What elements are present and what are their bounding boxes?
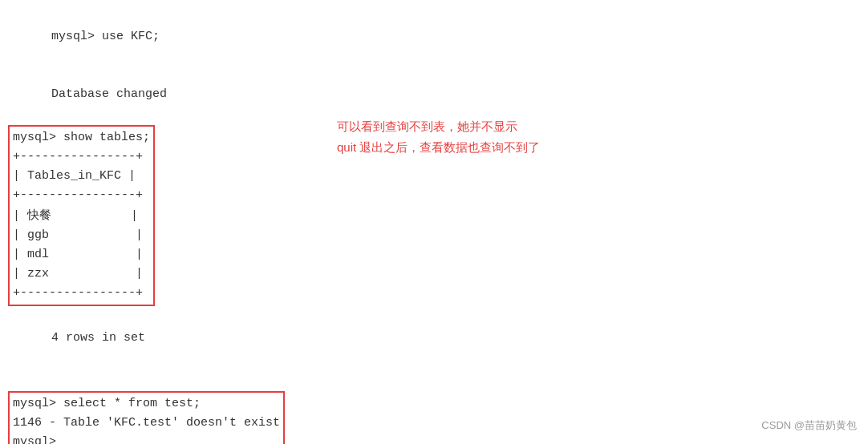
- annotation-line1: 可以看到查询不到表，她并不显示: [337, 116, 540, 137]
- terminal-line-header: | Tables_in_KFC |: [13, 167, 150, 186]
- rows-count-text: 4 rows in set: [51, 331, 145, 345]
- terminal-line-show-tables: mysql> show tables;: [13, 128, 150, 147]
- terminal-line-select: mysql> select * from test;: [13, 394, 280, 414]
- annotation: 可以看到查询不到表，她并不显示 quit 退出之后，查看数据也查询不到了: [337, 116, 540, 157]
- use-kfc-text: mysql> use KFC;: [51, 30, 160, 43]
- terminal-line-row2: | ggb |: [13, 226, 150, 245]
- terminal-line-sep3: +----------------+: [13, 284, 150, 303]
- terminal-line-sep2: +----------------+: [13, 186, 150, 205]
- terminal-area: mysql> use KFC; Database changed mysql> …: [8, 8, 868, 444]
- terminal-line-sep1: +----------------+: [13, 147, 150, 167]
- terminal-line-row1: | 快餐 |: [13, 205, 150, 226]
- csdn-watermark: CSDN @苗苗奶黄包: [761, 418, 857, 433]
- watermark-text: CSDN @苗苗奶黄包: [761, 419, 857, 431]
- terminal-line-empty: [8, 367, 868, 386]
- terminal-line-use-kfc: mysql> use KFC;: [8, 8, 868, 66]
- terminal-line-prompt: mysql>: [13, 433, 280, 444]
- select-test-box: mysql> select * from test; 1146 - Table …: [8, 391, 285, 444]
- show-tables-box: mysql> show tables; +----------------+ |…: [8, 125, 155, 306]
- terminal-line-rows-count: 4 rows in set: [8, 309, 868, 367]
- db-changed-text: Database changed: [51, 87, 167, 101]
- terminal-line-error: 1146 - Table 'KFC.test' doesn't exist: [13, 414, 280, 433]
- annotation-line2: quit 退出之后，查看数据也查询不到了: [337, 137, 540, 158]
- terminal-line-row4: | zzx |: [13, 264, 150, 284]
- main-container: mysql> use KFC; Database changed mysql> …: [0, 0, 868, 444]
- terminal-line-db-changed: Database changed: [8, 66, 868, 123]
- terminal-line-row3: | mdl |: [13, 245, 150, 264]
